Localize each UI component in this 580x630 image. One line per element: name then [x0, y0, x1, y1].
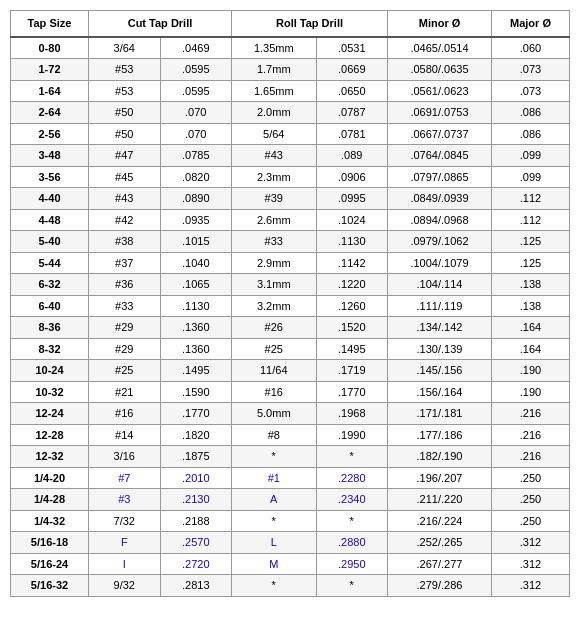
table-cell: .216/.224 [388, 510, 492, 532]
table-cell: 4-40 [11, 188, 89, 210]
table-cell: 2.0mm [232, 102, 317, 124]
table-cell: #16 [232, 381, 317, 403]
table-cell: .145/.156 [388, 360, 492, 382]
table-row: 8-36#29.1360#26.1520.134/.142.164 [11, 317, 570, 339]
table-cell: 5.0mm [232, 403, 317, 425]
table-cell: .112 [492, 209, 570, 231]
table-cell: .0935 [160, 209, 232, 231]
table-cell: .0764/.0845 [388, 145, 492, 167]
table-cell: .1360 [160, 338, 232, 360]
table-cell: #25 [89, 360, 161, 382]
header-tap-size: Tap Size [11, 11, 89, 37]
table-cell: 3.1mm [232, 274, 317, 296]
table-cell: #8 [232, 424, 317, 446]
table-cell: .099 [492, 145, 570, 167]
table-cell: .1770 [316, 381, 388, 403]
table-cell: .1495 [316, 338, 388, 360]
table-cell: .0894/.0968 [388, 209, 492, 231]
table-cell: 2.3mm [232, 166, 317, 188]
table-cell: 2-56 [11, 123, 89, 145]
table-cell: #21 [89, 381, 161, 403]
table-cell: .073 [492, 59, 570, 81]
table-cell: 1.65mm [232, 80, 317, 102]
table-cell: 8-32 [11, 338, 89, 360]
table-cell: .1875 [160, 446, 232, 468]
table-cell: .267/.277 [388, 553, 492, 575]
table-cell: #39 [232, 188, 317, 210]
table-cell: 5/64 [232, 123, 317, 145]
table-cell: 3-56 [11, 166, 89, 188]
table-cell: .0781 [316, 123, 388, 145]
table-cell: .164 [492, 338, 570, 360]
table-cell: #36 [89, 274, 161, 296]
table-cell: .2010 [160, 467, 232, 489]
table-cell: 1.35mm [232, 37, 317, 59]
table-cell: .070 [160, 102, 232, 124]
header-minor: Minor Ø [388, 11, 492, 37]
table-cell: 1/4-32 [11, 510, 89, 532]
table-cell: .138 [492, 274, 570, 296]
table-row: 5-44#37.10402.9mm.1142.1004/.1079.125 [11, 252, 570, 274]
table-cell: .125 [492, 231, 570, 253]
table-row: 5/16-24I.2720M.2950.267/.277.312 [11, 553, 570, 575]
header-roll-tap-drill: Roll Tap Drill [232, 11, 388, 37]
table-row: 12-323/16.1875**.182/.190.216 [11, 446, 570, 468]
table-cell: .216 [492, 446, 570, 468]
table-cell: 12-32 [11, 446, 89, 468]
table-cell: .211/.220 [388, 489, 492, 511]
table-cell: .1024 [316, 209, 388, 231]
table-row: 12-28#14.1820#8.1990.177/.186.216 [11, 424, 570, 446]
table-cell: .2880 [316, 532, 388, 554]
table-cell: .0797/.0865 [388, 166, 492, 188]
table-cell: .164 [492, 317, 570, 339]
table-cell: 5-44 [11, 252, 89, 274]
header-cut-tap-drill: Cut Tap Drill [89, 11, 232, 37]
table-cell: #14 [89, 424, 161, 446]
table-cell: .0787 [316, 102, 388, 124]
table-cell: .125 [492, 252, 570, 274]
table-cell: .0691/.0753 [388, 102, 492, 124]
table-cell: .1719 [316, 360, 388, 382]
table-cell: .250 [492, 467, 570, 489]
table-cell: .0580/.0635 [388, 59, 492, 81]
table-cell: #43 [232, 145, 317, 167]
table-cell: .0820 [160, 166, 232, 188]
table-cell: .0669 [316, 59, 388, 81]
table-cell: .0650 [316, 80, 388, 102]
table-row: 2-64#50.0702.0mm.0787.0691/.0753.086 [11, 102, 570, 124]
table-cell: L [232, 532, 317, 554]
table-cell: .2950 [316, 553, 388, 575]
table-row: 1-64#53.05951.65mm.0650.0561/.0623.073 [11, 80, 570, 102]
header-major: Major Ø [492, 11, 570, 37]
table-cell: .2280 [316, 467, 388, 489]
tap-drill-table: Tap Size Cut Tap Drill Roll Tap Drill Mi… [10, 10, 570, 597]
table-cell: .099 [492, 166, 570, 188]
table-cell: .1495 [160, 360, 232, 382]
table-cell: 3.2mm [232, 295, 317, 317]
table-cell: .190 [492, 360, 570, 382]
table-cell: #50 [89, 123, 161, 145]
table-cell: 11/64 [232, 360, 317, 382]
table-row: 4-48#42.09352.6mm.1024.0894/.0968.112 [11, 209, 570, 231]
table-cell: #45 [89, 166, 161, 188]
table-cell: .0469 [160, 37, 232, 59]
table-cell: 12-28 [11, 424, 89, 446]
table-cell: .1990 [316, 424, 388, 446]
table-row: 0-803/64.04691.35mm.0531.0465/.0514.060 [11, 37, 570, 59]
table-cell: #33 [89, 295, 161, 317]
table-cell: .1130 [316, 231, 388, 253]
table-cell: 9/32 [89, 575, 161, 597]
table-row: 2-56#50.0705/64.0781.0667/.0737.086 [11, 123, 570, 145]
table-cell: .130/.139 [388, 338, 492, 360]
table-cell: 2-64 [11, 102, 89, 124]
table-cell: A [232, 489, 317, 511]
table-cell: .0531 [316, 37, 388, 59]
table-cell: 2.6mm [232, 209, 317, 231]
table-cell: .2340 [316, 489, 388, 511]
table-cell: * [232, 446, 317, 468]
table-cell: .1130 [160, 295, 232, 317]
table-cell: M [232, 553, 317, 575]
table-row: 5/16-329/32.2813**.279/.286.312 [11, 575, 570, 597]
table-cell: .089 [316, 145, 388, 167]
table-row: 1/4-28#3.2130A.2340.211/.220.250 [11, 489, 570, 511]
